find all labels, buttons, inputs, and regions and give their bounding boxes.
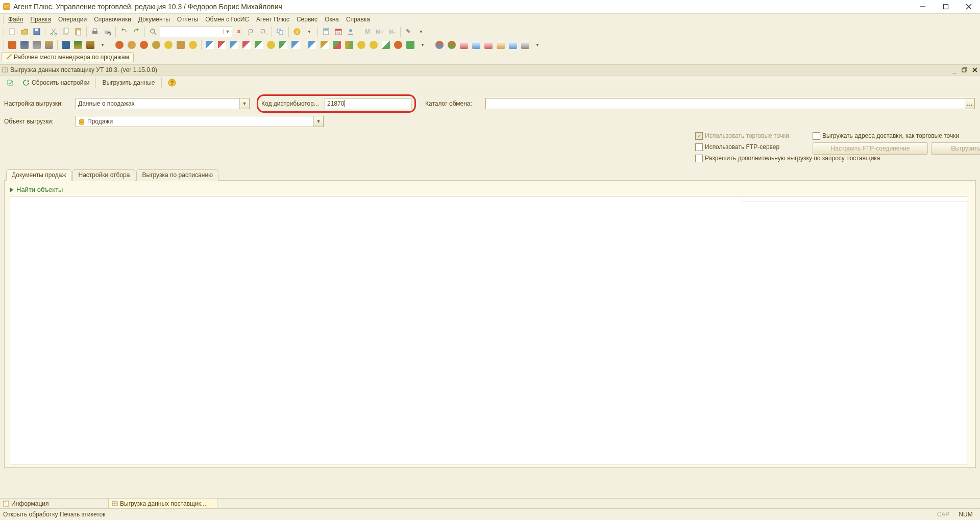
struct-icon[interactable] xyxy=(72,39,84,51)
calc-icon[interactable] xyxy=(321,26,332,37)
tb2-drop-icon[interactable]: ▼ xyxy=(417,39,428,51)
chevron-down-icon[interactable]: ▼ xyxy=(313,116,323,127)
doc-red-2-icon[interactable] xyxy=(241,39,252,51)
clear-search-icon[interactable]: × xyxy=(233,26,244,37)
undo-icon[interactable] xyxy=(118,26,130,37)
coins-4-icon[interactable] xyxy=(356,39,367,51)
sub-restore-button[interactable] xyxy=(960,65,970,75)
minimize-button[interactable] xyxy=(911,0,934,13)
help-drop-icon[interactable]: ▼ xyxy=(304,26,315,37)
doc-blue-3-icon[interactable] xyxy=(290,39,301,51)
menu-service[interactable]: Сервис xyxy=(293,15,321,24)
user-icon[interactable] xyxy=(345,26,356,37)
document-tab-manager[interactable]: Рабочее место менеджера по продажам xyxy=(1,52,134,62)
browse-button[interactable]: … xyxy=(965,98,974,109)
print-icon[interactable] xyxy=(89,26,101,37)
form-3-icon[interactable] xyxy=(483,39,494,51)
export-addresses-checkbox[interactable]: Выгружать адреса доставки, как торговые … xyxy=(813,130,976,141)
coins-5-icon[interactable] xyxy=(368,39,379,51)
coins-1-icon[interactable] xyxy=(163,39,174,51)
find-objects-button[interactable]: Найти объекты xyxy=(10,186,972,193)
menu-reports[interactable]: Отчеты xyxy=(174,15,202,24)
export-data-button[interactable]: Выгрузить данные xyxy=(99,77,158,88)
sign-drop-icon[interactable]: ▼ xyxy=(97,39,108,51)
form-5-icon[interactable] xyxy=(507,39,519,51)
tools-drop-icon[interactable]: ▼ xyxy=(415,26,427,37)
tab-sales-docs[interactable]: Документы продаж xyxy=(6,169,71,181)
person-3-icon[interactable] xyxy=(138,39,150,51)
doc-blue-4-icon[interactable] xyxy=(307,39,318,51)
close-button[interactable] xyxy=(957,0,980,13)
sign-icon[interactable] xyxy=(85,39,96,51)
export-setting-combo[interactable]: Данные о продажах ▼ xyxy=(76,98,250,109)
search-icon[interactable] xyxy=(148,26,159,37)
menu-operations[interactable]: Операции xyxy=(55,15,90,24)
form-2-icon[interactable] xyxy=(471,39,482,51)
doc-check-icon[interactable] xyxy=(380,39,391,51)
new-icon[interactable] xyxy=(7,26,18,37)
task-tab-info[interactable]: Информация xyxy=(0,499,109,509)
open-icon[interactable] xyxy=(19,26,30,37)
menu-documents[interactable]: Документы xyxy=(135,15,174,24)
coins-2-icon[interactable] xyxy=(187,39,199,51)
printer-3-icon[interactable] xyxy=(43,39,55,51)
checkbox-icon[interactable] xyxy=(813,132,820,140)
org-icon[interactable] xyxy=(60,39,71,51)
reset-button[interactable]: Сбросить настройки xyxy=(19,77,92,88)
people-1-icon[interactable] xyxy=(434,39,445,51)
doc-blue-1-icon[interactable] xyxy=(204,39,215,51)
chevron-down-icon[interactable]: ▼ xyxy=(223,29,232,34)
doc-gold-1-icon[interactable] xyxy=(319,39,330,51)
search-next-icon[interactable] xyxy=(258,26,269,37)
zoom-M-icon[interactable]: M xyxy=(362,26,373,37)
search-prev-icon[interactable] xyxy=(246,26,257,37)
tools-icon[interactable] xyxy=(403,26,414,37)
doc-red-1-icon[interactable] xyxy=(216,39,228,51)
form-6-icon[interactable] xyxy=(520,39,531,51)
tb2-drop2-icon[interactable]: ▼ xyxy=(532,39,543,51)
chevron-down-icon[interactable]: ▼ xyxy=(239,98,249,109)
tab-filter-settings[interactable]: Настройки отбора xyxy=(72,169,135,181)
printer-1-icon[interactable] xyxy=(19,39,30,51)
search-combo[interactable]: ▼ xyxy=(160,26,232,37)
exchange-dir-input[interactable]: … xyxy=(485,98,975,109)
person-4-icon[interactable] xyxy=(151,39,162,51)
box-1-icon[interactable] xyxy=(175,39,186,51)
form-apply-icon[interactable] xyxy=(3,77,17,88)
help-icon[interactable]: i xyxy=(291,26,303,37)
cut-icon[interactable] xyxy=(48,26,59,37)
use-ftp-checkbox[interactable]: Использовать FTP-сервер xyxy=(695,141,807,153)
book-icon[interactable] xyxy=(7,39,18,51)
doc-blue-2-icon[interactable] xyxy=(229,39,240,51)
zoom-Mminus-icon[interactable]: M- xyxy=(386,26,398,37)
checkbox-icon[interactable] xyxy=(695,155,703,162)
help-round-icon[interactable]: ? xyxy=(165,77,179,88)
doc-green-1-icon[interactable] xyxy=(253,39,264,51)
sub-close-button[interactable] xyxy=(970,65,980,75)
person-2-icon[interactable] xyxy=(126,39,137,51)
person-1-icon[interactable] xyxy=(114,39,125,51)
copy-icon[interactable] xyxy=(60,26,71,37)
calendar-icon[interactable]: 31 xyxy=(333,26,344,37)
menu-help[interactable]: Справка xyxy=(342,15,374,24)
menu-windows[interactable]: Окна xyxy=(321,15,342,24)
redo-icon[interactable] xyxy=(131,26,142,37)
person-add-icon[interactable] xyxy=(393,39,404,51)
maximize-button[interactable] xyxy=(934,0,957,13)
doc-green-3-icon[interactable] xyxy=(405,39,416,51)
menu-edit[interactable]: Правка xyxy=(27,15,55,24)
sub-minimize-button[interactable]: _ xyxy=(949,65,960,75)
menu-agentplus[interactable]: Агент Плюс xyxy=(253,15,293,24)
form-4-icon[interactable] xyxy=(495,39,506,51)
print-preview-icon[interactable] xyxy=(102,26,113,37)
paste-icon[interactable] xyxy=(72,26,84,37)
doc-arrow-icon[interactable] xyxy=(344,39,355,51)
task-tab-export[interactable]: Выгрузка данных поставщик... xyxy=(109,499,217,509)
save-icon[interactable] xyxy=(31,26,42,37)
checkbox-icon[interactable] xyxy=(695,143,703,151)
doc-green-2-icon[interactable] xyxy=(278,39,289,51)
object-combo[interactable]: Продажи ▼ xyxy=(76,116,324,127)
windows-icon[interactable] xyxy=(275,26,286,37)
menu-catalogs[interactable]: Справочники xyxy=(90,15,135,24)
printer-2-icon[interactable] xyxy=(31,39,42,51)
